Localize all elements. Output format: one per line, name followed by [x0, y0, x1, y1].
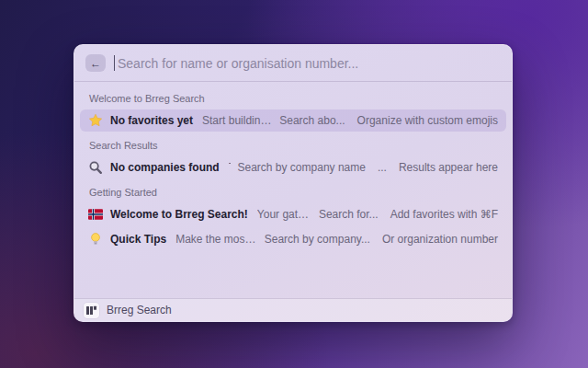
item-title: Welcome to Brreg Search!: [110, 208, 248, 221]
search-bar: ←: [74, 45, 512, 82]
section-welcome: Welcome to Brreg Search No favorites yet…: [80, 88, 506, 132]
item-subtitle: Try adjusting your search terms: [229, 161, 231, 174]
magnifier-icon: [88, 160, 103, 175]
item-accessory-right: Results appear here: [399, 161, 498, 174]
list-item-quick-tips[interactable]: Quick Tips Make the most of your search …: [80, 228, 506, 250]
item-title: No favorites yet: [110, 114, 193, 127]
item-title: Quick Tips: [110, 233, 166, 246]
brreg-logo-icon: [84, 303, 99, 318]
item-subtitle: Make the most of your search experience: [175, 233, 257, 246]
item-subtitle: Your gateway to Norwegian busines...: [257, 208, 311, 221]
item-accessory-right: Or organization number: [382, 233, 498, 246]
list-item-welcome[interactable]: Welcome to Brreg Search! Your gateway to…: [80, 203, 506, 225]
star-icon: [88, 113, 103, 128]
item-accessory: Search abo...: [279, 114, 345, 127]
item-accessories: Search abo... Organize with custom emoji…: [279, 114, 498, 127]
item-accessory: Search for...: [319, 208, 379, 221]
item-accessory-right: Add favorites with ⌘F: [390, 208, 498, 221]
section-header: Welcome to Brreg Search: [80, 88, 506, 109]
list-item-no-companies[interactable]: No companies found Try adjusting your se…: [80, 156, 506, 178]
footer-app-name: Brreg Search: [107, 304, 172, 316]
item-subtitle: Start building your collection of compan…: [202, 114, 272, 127]
launcher-window: ← Welcome to Brreg Search No favorites y…: [74, 44, 513, 322]
item-accessories: Search by company name ... Results appea…: [238, 161, 499, 174]
item-accessory: ...: [378, 161, 387, 174]
search-input[interactable]: [118, 56, 501, 71]
desktop-background: ← Welcome to Brreg Search No favorites y…: [0, 0, 588, 368]
item-accessories: Search by company... Or organization num…: [265, 233, 498, 246]
footer: Brreg Search: [74, 298, 512, 321]
section-header: Getting Started: [80, 182, 506, 203]
results-list: Welcome to Brreg Search No favorites yet…: [74, 82, 512, 298]
light-bulb-icon: [88, 232, 103, 247]
item-accessories: Search for... Add favorites with ⌘F: [319, 208, 498, 221]
section-search-results: Search Results No companies found Try ad…: [80, 135, 506, 178]
back-button[interactable]: ←: [85, 54, 106, 72]
item-accessory: Search by company...: [265, 233, 370, 246]
section-header: Search Results: [80, 135, 506, 156]
back-arrow-icon: ←: [90, 57, 101, 70]
item-accessory: Search by company name: [238, 161, 366, 174]
norway-flag-icon: [88, 207, 103, 222]
list-item-no-favorites[interactable]: No favorites yet Start building your col…: [80, 109, 506, 132]
item-accessory-right: Organize with custom emojis: [357, 114, 498, 127]
item-title: No companies found: [110, 161, 220, 174]
section-getting-started: Getting Started Welcome to Brreg Search!…: [80, 182, 506, 250]
text-caret: [114, 55, 115, 71]
